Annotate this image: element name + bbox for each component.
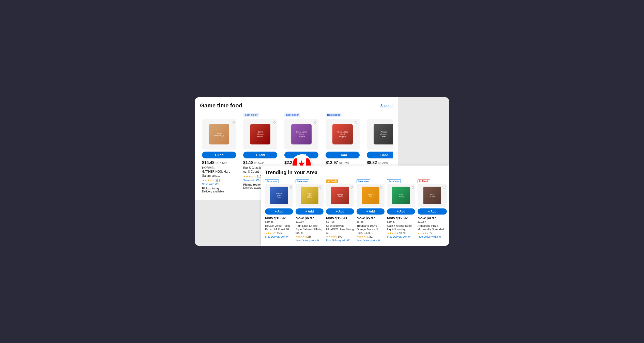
price-hormel: $14.48 <box>202 160 214 165</box>
product-name-royale: Royale Velour Toilet Paper, 24 Equal 48.… <box>265 224 293 231</box>
stars-english: ★★★★½ 235 <box>296 235 324 238</box>
badge-row-pizza: Rollback <box>418 178 447 183</box>
product-name-gain: Gain + Aroma Boost Liquid Laundry... <box>387 224 415 231</box>
rollback-badge-pizza: Rollback <box>418 179 430 183</box>
now-price-royale: Now $10.97 <box>265 216 293 220</box>
now-price-sponge: Now $19.98 <box>326 216 354 220</box>
review-count-sponge: 300 <box>338 235 342 238</box>
add-button-gain[interactable]: + Add <box>387 208 415 215</box>
free-delivery-english: Free Delivery with W <box>296 239 324 242</box>
price-angus: $8.82 <box>367 160 377 165</box>
shop-all-link[interactable]: Shop all <box>380 104 393 108</box>
add-button-tropicana[interactable]: + Add <box>357 208 385 215</box>
free-delivery-sponge: Free Delivery with W <box>326 239 354 242</box>
add-button-english[interactable]: + Add <box>296 208 324 215</box>
stars-tropicana: ★★★★½ 352 <box>357 235 385 238</box>
review-count-franks: 910 <box>257 175 261 178</box>
product-card-hormel: ♡ HormelGatherings + Add $14.48 51.7 ¢/o… <box>200 113 238 195</box>
trending-image-royale: ♡ RoyaleToiletPaper <box>265 184 293 207</box>
price-row-burgers: $12.97 $4.32/lb <box>326 160 360 165</box>
price-row-hormel: $14.48 51.7 ¢/oz <box>202 160 236 165</box>
product-image-cheese: ♡ Great ValueSlicedCheese <box>284 119 318 150</box>
heart-icon-hormel[interactable]: ♡ <box>232 120 235 125</box>
gain-img: GainLaundry <box>392 187 410 204</box>
was-price-royale: $19.88 <box>265 220 293 223</box>
angus-image: AngusGroundBeef <box>374 124 393 144</box>
page-title: Game time food <box>200 102 242 109</box>
add-button-royale[interactable]: + Add <box>265 208 293 215</box>
price-row-franks: $1.18 $1.57/lb <box>243 160 277 165</box>
trending-image-pizza: ♡ PizzaMozza <box>418 184 447 207</box>
product-image-angus: ♡ AngusGroundBeef <box>367 119 393 150</box>
english-img: EnglishStyleFillets <box>301 187 318 204</box>
product-name-pizza: Armstrong Pizza Mozzarella Shredded... <box>418 224 447 231</box>
sponge-img: SpongeTowels <box>331 187 349 204</box>
add-button-hormel[interactable]: + Add <box>202 152 236 158</box>
was-price-gain: $19.87 <box>387 220 415 223</box>
product-image-burgers: ♡ Great ValueBeefBurgers <box>326 119 360 150</box>
review-count-gain: 10599 <box>399 232 406 235</box>
main-container: Game time food Shop all ♡ HormelGatherin… <box>195 97 449 246</box>
trending-card-english: Save now ♡ EnglishStyleFillets + Add Now… <box>296 178 324 242</box>
add-button-angus[interactable]: + Add <box>367 152 393 158</box>
section-header: Game time food Shop all <box>200 102 393 109</box>
save-now-badge-royale: Save now <box>265 179 279 183</box>
trending-card-sponge: A+ Deals ♡ SpongeTowels + Add Now $19.98… <box>326 178 354 242</box>
price-burgers: $12.97 <box>326 160 338 165</box>
add-button-burgers[interactable]: + Add <box>326 152 360 158</box>
product-name-sponge: SpongeTowels UltraPRO Ultra Strong &... <box>326 224 354 235</box>
heart-icon-cheese[interactable]: ♡ <box>314 120 317 125</box>
best-seller-badge-burgers: Best seller <box>326 113 342 117</box>
trending-image-gain: ♡ GainLaundry <box>387 184 415 207</box>
badge-row-english: Save now <box>296 178 324 183</box>
stars-icon-tropicana: ★★★★½ <box>357 235 368 238</box>
stars-pizza: ★★★★★ 22 <box>418 232 447 235</box>
heart-icon-tropicana[interactable]: ♡ <box>380 185 384 190</box>
heart-icon-english[interactable]: ♡ <box>319 185 323 190</box>
product-name-english: High Liner English Style Battered Fillet… <box>296 224 324 235</box>
trending-image-tropicana: ♡ TropicanaOJ <box>357 184 385 207</box>
heart-icon-franks[interactable]: ♡ <box>273 120 276 125</box>
heart-icon-burgers[interactable]: ♡ <box>355 120 359 125</box>
free-delivery-gain: Free Delivery with W <box>387 235 415 238</box>
now-price-tropicana: Now $5.97 <box>357 216 385 220</box>
stars-icon-sponge: ★★★★½ <box>326 235 337 238</box>
franks-image: Bar SClassicFranks <box>250 124 270 144</box>
price-franks: $1.18 <box>243 160 253 165</box>
trending-image-english: ♡ EnglishStyleFillets <box>296 184 324 207</box>
stars-royale: ★★★★½ 1524 <box>265 232 293 235</box>
trending-card-royale: Save now ♡ RoyaleToiletPaper + Add Now $… <box>265 178 293 242</box>
stars-icon-royale: ★★★★½ <box>265 232 276 235</box>
heart-icon-gain[interactable]: ♡ <box>410 185 414 190</box>
now-price-gain: Now $12.97 <box>387 216 415 220</box>
review-count-tropicana: 352 <box>368 235 373 238</box>
stars-icon-english: ★★★★½ <box>296 235 307 238</box>
review-count-english: 235 <box>307 235 312 238</box>
save-now-badge-english: Save now <box>296 179 309 183</box>
trending-image-sponge: ♡ SpongeTowels <box>326 184 354 207</box>
price-per-burgers: $4.32/lb <box>339 161 349 165</box>
now-price-pizza: Now $4.97 <box>418 216 447 220</box>
stars-hormel: ★★★½☆ 353 <box>202 179 236 182</box>
stars-sponge: ★★★★½ 300 <box>326 235 354 238</box>
pizza-img: PizzaMozza <box>423 187 441 204</box>
product-name-tropicana: Tropicana 100% Orange Juice - No Pulp, 2… <box>357 224 385 235</box>
add-button-pizza[interactable]: + Add <box>418 208 447 215</box>
free-delivery-royale: Free Delivery with W <box>265 235 293 238</box>
tropicana-img: TropicanaOJ <box>362 187 379 204</box>
heart-icon-royale[interactable]: ♡ <box>288 185 292 190</box>
trending-card-gain: Save now ♡ GainLaundry + Add Now $12.97 … <box>387 178 415 242</box>
add-button-sponge[interactable]: + Add <box>326 208 354 215</box>
review-count-hormel: 353 <box>215 179 220 182</box>
add-button-franks[interactable]: + Add <box>243 152 277 158</box>
stars-icon-hormel: ★★★½☆ <box>202 179 214 182</box>
badge-row-tropicana: Save now <box>357 178 385 183</box>
stars-icon-gain: ★★★★★ <box>387 232 398 235</box>
heart-icon-sponge[interactable]: ♡ <box>349 185 353 190</box>
heart-icon-pizza[interactable]: ♡ <box>442 185 446 190</box>
was-price-tropicana: $8.38 <box>357 220 385 223</box>
save-now-badge-gain: Save now <box>387 179 401 183</box>
best-seller-badge-franks: Best seller <box>243 113 259 117</box>
product-name-hormel: HORMEL GATHERINGS, Hard Salami and... <box>202 166 236 178</box>
pickup-hormel: Pickup today Delivery available <box>202 187 236 193</box>
